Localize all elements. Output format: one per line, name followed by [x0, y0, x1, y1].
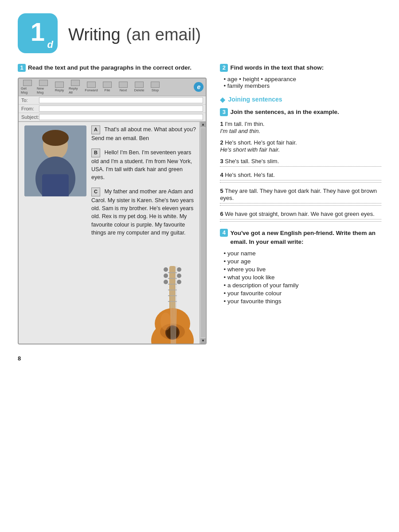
toolbar-file[interactable]: File: [101, 82, 114, 92]
toolbar-delete[interactable]: Delete: [133, 82, 146, 92]
ex3-item-2: 2 He's short. He's got fair hair. He's s…: [220, 139, 381, 153]
dotted-line-5a: [220, 203, 381, 203]
main-content: 1 Read the text and put the paragraphs i…: [18, 64, 381, 362]
section3-text: Join the sentences, as in the example.: [230, 108, 339, 117]
subject-field[interactable]: [39, 114, 203, 120]
ex3-sent-2: He's short. He's got fair hair.: [225, 139, 297, 146]
lesson-number: 1: [31, 19, 45, 45]
ex4-item-7: your favourite things: [223, 298, 381, 305]
svg-point-2: [42, 130, 69, 146]
ex3-num-4: 4: [220, 172, 225, 178]
section3-num: 3: [220, 108, 228, 116]
email-photo-area: [22, 125, 89, 340]
email-body-wrapper: A That's all about me. What about you? S…: [19, 122, 206, 344]
email-from-row: From:: [19, 105, 206, 113]
svg-point-17: [177, 280, 181, 284]
section4-list: your name your age where you live what y…: [223, 250, 381, 305]
scroll-down[interactable]: ▼: [200, 338, 206, 344]
email-subject-row: Subject:: [19, 113, 206, 121]
ex3-sent-1: I'm tall. I'm thin.: [225, 121, 264, 127]
scroll-thumb[interactable]: [201, 128, 205, 337]
email-to-row: To:: [19, 96, 206, 105]
bullet-age: • age: [223, 76, 237, 82]
section1-instruction: 1 Read the text and put the paragraphs i…: [18, 64, 207, 72]
ex3-sent-6: We have got straight, brown hair. We hav…: [225, 211, 375, 217]
ex3-ans-1: I'm tall and thin.: [220, 128, 260, 134]
ex3-ans-2: He's short with fair hair.: [220, 146, 280, 153]
svg-point-12: [164, 267, 168, 272]
ex3-num-2: 2: [220, 139, 225, 146]
dotted-line-6b: [220, 221, 381, 222]
browser-icon: e: [194, 82, 203, 92]
section1-text: Read the text and put the paragraphs in …: [28, 64, 192, 72]
guitar-svg: [144, 266, 201, 344]
section4-header: 4 You've got a new English pen-friend. W…: [220, 229, 381, 247]
toolbar-newmsg[interactable]: New Msg: [37, 80, 50, 94]
subject-label: Subject:: [21, 114, 39, 120]
page-title: Writing (an email): [68, 21, 201, 45]
joining-header: ◆ Joining sentences: [220, 95, 381, 104]
to-field[interactable]: [39, 97, 203, 103]
para-c-block: C My father and mother are Adam and Caro…: [91, 188, 197, 237]
toolbar-forward[interactable]: Forward: [85, 82, 98, 92]
ex4-item-2: your age: [223, 258, 381, 265]
section4-text: You've got a new English pen-friend. Wri…: [230, 229, 381, 247]
dotted-line-5b: [220, 205, 381, 206]
lesson-sub: d: [47, 39, 53, 51]
dotted-line-3a: [220, 166, 381, 167]
to-label: To:: [21, 98, 39, 103]
lesson-badge: 1 d: [18, 13, 58, 53]
bullet-family: • family members: [223, 82, 270, 89]
para-c-label: C: [91, 188, 100, 196]
ex3-sent-5: They are tall. They have got dark hair. …: [220, 188, 377, 201]
ex3-sent-4: He's short. He's fat.: [225, 172, 275, 178]
ex3-num-6: 6: [220, 211, 225, 217]
para-b-text: Hello! I'm Ben. I'm seventeen years old …: [91, 149, 192, 180]
toolbar-next[interactable]: Next: [117, 82, 130, 92]
svg-point-15: [177, 267, 181, 272]
person-photo: [24, 125, 86, 196]
ex4-item-5: a description of your family: [223, 282, 381, 289]
email-window: Get Msg New Msg Reply Reply All Forward: [18, 78, 207, 344]
left-column: 1 Read the text and put the paragraphs i…: [18, 64, 207, 362]
page-number: 8: [18, 355, 207, 362]
para-b-block: B Hello! I'm Ben. I'm seventeen years ol…: [91, 149, 197, 181]
section3-header: 3 Join the sentences, as in the example.: [220, 108, 381, 117]
email-header-fields: To: From: Subject:: [19, 96, 206, 122]
para-c-text: My father and mother are Adam and Carol.…: [91, 188, 194, 235]
ex3-num-3: 3: [220, 158, 225, 164]
scroll-up[interactable]: ▲: [200, 122, 206, 127]
ex3-item-3: 3 She's tall. She's slim.: [220, 157, 381, 167]
svg-point-14: [164, 280, 168, 284]
title-subtitle: (an email): [126, 25, 201, 44]
right-column: 2 Find words in the text that show: • ag…: [220, 64, 381, 362]
email-toolbar: Get Msg New Msg Reply Reply All Forward: [19, 78, 206, 96]
section2-text: Find words in the text that show:: [230, 64, 324, 72]
ex4-item-1: your name: [223, 250, 381, 257]
para-a-block: A That's all about me. What about you? S…: [91, 125, 197, 142]
ex3-sent-3: She's tall. She's slim.: [225, 158, 279, 164]
toolbar-reply[interactable]: Reply: [53, 82, 66, 92]
guitar-image: [144, 266, 201, 341]
toolbar-stop[interactable]: Stop: [149, 82, 162, 92]
section2-header: 2 Find words in the text that show:: [220, 64, 381, 72]
section4-num: 4: [220, 229, 228, 237]
svg-point-30: [160, 313, 171, 330]
bullet-appearance: • appearance: [261, 76, 296, 82]
person-svg: [24, 125, 86, 196]
exercise-3: 1 I'm tall. I'm thin. I'm tall and thin.…: [220, 120, 381, 222]
email-scrollbar[interactable]: ▲ ▼: [200, 122, 206, 344]
from-field[interactable]: [39, 106, 203, 112]
section2-num: 2: [220, 64, 228, 72]
svg-point-13: [164, 274, 168, 278]
svg-point-16: [177, 274, 181, 278]
toolbar-getmsg[interactable]: Get Msg: [21, 80, 34, 94]
ex3-item-5: 5 They are tall. They have got dark hair…: [220, 187, 381, 206]
toolbar-replyall[interactable]: Reply All: [69, 80, 82, 94]
dotted-line-4b: [220, 182, 381, 183]
ex3-item-4: 4 He's short. He's fat.: [220, 171, 381, 183]
title-word: Writing: [68, 25, 121, 44]
ex4-item-3: where you live: [223, 266, 381, 273]
exercise-4: 4 You've got a new English pen-friend. W…: [220, 229, 381, 305]
bullet-height: • height: [239, 76, 259, 82]
